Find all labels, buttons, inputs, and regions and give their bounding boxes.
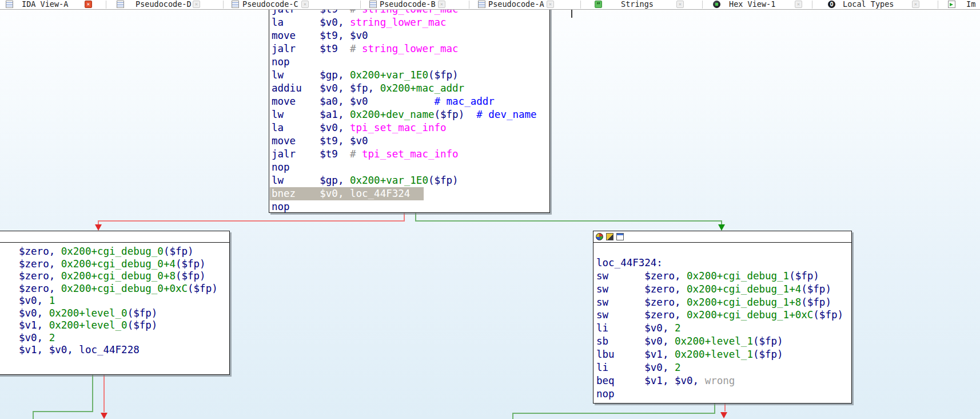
graph-view[interactable]: jalr $t9 # string_lower_macla $v0, strin… <box>0 0 980 419</box>
asm-line[interactable]: li $v0, 2 <box>596 361 843 374</box>
number-or-var: 0x200+cgi_debug_0+0xC <box>61 283 188 294</box>
asm-text: sw $zero, <box>596 283 687 295</box>
asm-line[interactable]: bnez $v0, loc_44F324 <box>272 187 537 200</box>
tab-imports[interactable]: Im <box>966 0 975 9</box>
block-left[interactable]: $zero, 0x200+cgi_debug_0($fp)$zero, 0x20… <box>0 231 230 375</box>
asm-line[interactable]: sw $zero, 0x200+cgi_debug_1+0xC($fp) <box>596 309 843 322</box>
number-or-var: 0x200+cgi_debug_1+0xC <box>687 309 813 321</box>
highlighted-text: bnez $v0, loc_44F324 <box>272 188 410 199</box>
tab-ida-view-a[interactable]: IDA View-A <box>22 0 68 9</box>
asm-text: ($fp) <box>753 349 783 360</box>
tab-close-icon[interactable]: ✕ <box>676 1 684 8</box>
tab-close-icon[interactable]: ✕ <box>912 1 919 8</box>
asm-text: ($fp) <box>128 307 158 319</box>
graph-window-icon[interactable] <box>616 233 624 240</box>
asm-text: nop <box>272 56 290 68</box>
asm-text: lbu $v1, <box>596 349 675 360</box>
tab-pseudocode-c[interactable]: Pseudocode-C <box>242 0 298 9</box>
asm-line[interactable]: nop <box>596 388 843 401</box>
asm-line[interactable]: jalr $t9 # string_lower_mac <box>272 42 537 56</box>
import-name: tpi_set_mac_info <box>350 122 447 133</box>
asm-text: addiu $v0, $fp, <box>272 82 380 94</box>
asm-line[interactable]: la $v0, tpi_set_mac_info <box>272 121 537 135</box>
asm-line[interactable]: jalr $t9 # tpi_set_mac_info <box>272 148 537 161</box>
asm-line[interactable]: la $v0, string_lower_mac <box>272 16 537 29</box>
asm-line[interactable]: $zero, 0x200+cgi_debug_0+4($fp) <box>19 258 218 271</box>
block-title-bar <box>593 231 851 243</box>
asm-line[interactable] <box>19 357 218 369</box>
asm-text: $v0, <box>19 307 49 319</box>
asm-text: move $t9, $v0 <box>272 30 368 41</box>
tab-pseudocode-d[interactable]: Pseudocode-D <box>136 0 192 9</box>
asm-line[interactable]: lw $gp, 0x200+var_1E0($fp) <box>272 174 537 187</box>
asm-line[interactable]: $v1, $v0, loc_44F228 <box>19 344 218 357</box>
asm-line[interactable]: $v0, 2 <box>19 332 218 345</box>
asm-line[interactable]: $zero, 0x200+cgi_debug_0+0xC($fp) <box>19 283 218 295</box>
asm-line[interactable]: $zero, 0x200+cgi_debug_0+8($fp) <box>19 270 218 283</box>
asm-line[interactable]: $zero, 0x200+cgi_debug_0($fp) <box>19 246 218 258</box>
asm-line[interactable]: $v1, 0x200+level_0($fp) <box>19 319 218 332</box>
asm-line[interactable]: beq $v1, $v0, wrong <box>596 374 843 388</box>
hex-view-1-icon <box>713 1 720 8</box>
asm-line[interactable]: move $a0, $v0 # mac_addr <box>272 95 537 108</box>
asm-text: ($fp) <box>176 258 206 270</box>
tab-close-icon[interactable]: ✕ <box>85 1 92 8</box>
asm-text: ($fp) <box>813 309 843 321</box>
asm-text: sw $zero, <box>596 309 687 321</box>
number-or-var: 0x200+var_1E0 <box>350 69 428 81</box>
edit-pen-icon[interactable] <box>606 233 614 240</box>
disassembly-listing: $zero, 0x200+cgi_debug_0($fp)$zero, 0x20… <box>19 246 218 369</box>
asm-line[interactable]: li $v0, 2 <box>596 322 843 335</box>
asm-text: ($fp) <box>434 109 464 120</box>
asm-line[interactable]: sw $zero, 0x200+cgi_debug_1+8($fp) <box>596 296 843 309</box>
tab-close-icon[interactable]: ✕ <box>193 1 200 8</box>
tab-close-icon[interactable]: ✕ <box>547 1 554 8</box>
asm-line[interactable]: sw $zero, 0x200+cgi_debug_1+4($fp) <box>596 283 843 296</box>
edge-false-top <box>98 213 404 225</box>
asm-line[interactable]: loc_44F324: <box>596 256 843 270</box>
color-wheel-icon[interactable] <box>596 233 603 240</box>
asm-line[interactable]: sb $v0, 0x200+level_1($fp) <box>596 335 843 348</box>
asm-text: nop <box>272 201 290 212</box>
number-or-var: 0x200+level_0 <box>49 319 128 331</box>
asm-text: sb $v0, <box>596 335 675 347</box>
asm-line[interactable]: nop <box>272 200 537 214</box>
import-name: tpi_set_mac_info <box>362 148 459 160</box>
asm-line[interactable]: nop <box>272 161 537 174</box>
asm-line[interactable]: lbu $v1, 0x200+level_1($fp) <box>596 348 843 361</box>
tab-local-types[interactable]: Local Types <box>843 0 894 9</box>
tab-strings[interactable]: Strings <box>621 0 654 9</box>
asm-line[interactable]: nop <box>272 56 537 69</box>
number-or-var: 0x200+cgi_debug_1+4 <box>687 283 801 295</box>
number-or-var: 0x200+cgi_debug_0+8 <box>61 270 176 282</box>
asm-line[interactable]: addiu $v0, $fp, 0x200+mac_addr <box>272 82 537 95</box>
edge-left-red-arrowhead <box>101 413 107 419</box>
asm-line[interactable]: move $t9, $v0 <box>272 29 537 42</box>
list-view-icon <box>478 1 485 8</box>
tab-close-icon[interactable]: ✕ <box>438 1 445 8</box>
tab-hex-view-1[interactable]: Hex View-1 <box>729 0 775 9</box>
number-or-var: 0x200+mac_addr <box>380 82 465 94</box>
tab-close-icon[interactable]: ✕ <box>795 1 802 8</box>
edge-true-top-arrowhead <box>718 224 725 231</box>
asm-line[interactable]: move $t9, $v0 <box>272 135 537 148</box>
strings-icon: ” <box>595 1 602 8</box>
tab-pseudocode-a[interactable]: Pseudocode-A <box>488 0 544 9</box>
asm-line[interactable]: lw $a1, 0x200+dev_name($fp) # dev_name <box>272 108 537 121</box>
number-or-var: 0x200+dev_name <box>350 109 435 120</box>
asm-line[interactable]: $v0, 1 <box>19 295 218 307</box>
tab-close-icon[interactable]: ✕ <box>301 1 309 8</box>
asm-text: sw $zero, <box>596 297 687 308</box>
asm-line[interactable]: sw $zero, 0x200+cgi_debug_1($fp) <box>596 270 843 283</box>
asm-line[interactable]: lw $gp, 0x200+var_1E0($fp) <box>272 69 537 82</box>
number-or-var: 2 <box>675 322 681 334</box>
asm-text: beq $v1, $v0, <box>596 375 705 386</box>
asm-line[interactable] <box>596 243 843 256</box>
block-right[interactable]: loc_44F324:sw $zero, 0x200+cgi_debug_1($… <box>593 231 852 404</box>
number-or-var: 1 <box>49 295 55 306</box>
asm-text: ($fp) <box>428 69 459 81</box>
block-top[interactable]: jalr $t9 # string_lower_macla $v0, strin… <box>269 0 550 213</box>
tab-pseudocode-b[interactable]: Pseudocode-B <box>380 0 436 9</box>
asm-line[interactable]: $v0, 0x200+level_0($fp) <box>19 307 218 320</box>
asm-text: $zero, <box>19 283 61 294</box>
